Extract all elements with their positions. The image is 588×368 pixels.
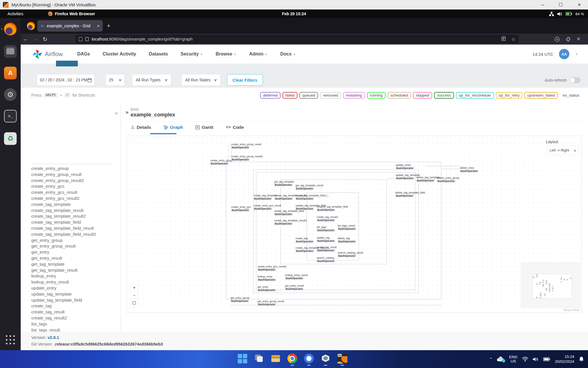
graph-node[interactable]: create_tag_result2BashOperator bbox=[317, 216, 338, 222]
graph-node[interactable]: create_tagBashOperator bbox=[295, 237, 314, 243]
task-list-item[interactable]: create_tag_template_result2 bbox=[31, 213, 117, 219]
zoom-out-icon[interactable]: − bbox=[131, 291, 138, 299]
task-list-item[interactable]: update_entry bbox=[31, 285, 117, 291]
chrome-icon[interactable] bbox=[287, 353, 298, 364]
run-states-select[interactable]: All Run States∨ bbox=[181, 74, 220, 86]
airflow-brand[interactable]: Airflow bbox=[32, 49, 63, 59]
graph-node[interactable]: list_tagsBashOperator bbox=[317, 226, 335, 232]
graph-node[interactable]: delete_tag_template_fieldBashOperator bbox=[395, 191, 425, 197]
graph-node[interactable]: create_entry_groupBashOperator bbox=[210, 159, 233, 165]
graph-node[interactable]: get_tag_templateBashOperator bbox=[274, 180, 294, 186]
clear-filters-button[interactable]: Clear Filters bbox=[227, 74, 263, 86]
close-icon[interactable] bbox=[577, 0, 581, 10]
graph-node[interactable]: create_tag_template_field_r...BashOperat… bbox=[295, 246, 330, 252]
expand-right-icon[interactable]: » bbox=[125, 109, 129, 115]
onedrive-icon[interactable]: i bbox=[497, 356, 504, 362]
virtualbox-icon[interactable] bbox=[320, 353, 331, 364]
files-dock-icon[interactable] bbox=[4, 45, 17, 58]
restore-icon[interactable] bbox=[559, 0, 562, 10]
url-bar[interactable]: localhost:8080/dags/example_complex/grid… bbox=[75, 35, 519, 43]
graph-node[interactable]: get_entry_groupBashOperator bbox=[231, 296, 249, 302]
bookmark-star-icon[interactable]: ☆ bbox=[511, 37, 515, 42]
task-list-item[interactable]: get_entry_group_result bbox=[31, 243, 117, 249]
graph-node[interactable]: create_entry_group_resultBashOperator bbox=[231, 143, 261, 149]
avatar[interactable]: AA bbox=[559, 49, 569, 59]
trash-dock-icon[interactable]: ♻ bbox=[4, 132, 17, 145]
graph-node[interactable]: list_tags_resultBashOperator bbox=[338, 224, 356, 230]
graph-node[interactable]: get_tag_template_resultBashOperator bbox=[295, 184, 323, 190]
file-explorer-icon[interactable] bbox=[270, 353, 281, 364]
graph-node[interactable]: get_entryBashOperator bbox=[258, 285, 276, 292]
graph-node[interactable]: create_entry_gcs_result2BashOperator bbox=[258, 265, 287, 271]
wifi-icon[interactable] bbox=[522, 357, 528, 362]
date-filter-input[interactable]: 02 / 20 / 2024 , 02 : 23 PM bbox=[37, 74, 95, 86]
graph-node[interactable]: search_catalogBashOperator bbox=[317, 256, 335, 262]
new-tab-button[interactable]: + bbox=[107, 22, 111, 30]
task-list-item[interactable]: update_tag_template_field bbox=[31, 297, 117, 303]
ubuntu-software-dock-icon[interactable]: A bbox=[4, 67, 17, 79]
task-list-item[interactable]: create_entry_gcs_result bbox=[31, 189, 117, 195]
signal-icon[interactable] bbox=[303, 353, 315, 364]
task-list-item[interactable]: get_entry_group bbox=[31, 237, 117, 244]
reader-mode-icon[interactable] bbox=[502, 37, 506, 41]
graph-node[interactable]: create_tag_templateBashOperator bbox=[254, 194, 277, 200]
firefox-logo-icon[interactable] bbox=[27, 22, 35, 30]
task-list-item[interactable]: create_entry_gcs_result2 bbox=[31, 195, 117, 202]
graph-node[interactable]: create_tag_template_field_r...BashOperat… bbox=[295, 194, 330, 200]
nav-item-docs[interactable]: Docs▼ bbox=[280, 51, 296, 57]
nav-item-browse[interactable]: Browse▼ bbox=[216, 51, 237, 57]
task-list-item[interactable]: create_tag_result2 bbox=[31, 315, 117, 321]
tab-close-icon[interactable]: ✕ bbox=[97, 24, 100, 28]
task-list-item[interactable]: get_entry_result bbox=[31, 255, 117, 261]
graph-node[interactable]: create_tag_template_result2BashOperator bbox=[274, 219, 307, 225]
version-value[interactable]: v2.8.1 bbox=[47, 335, 59, 340]
graph-node[interactable]: create_entry_gcsBashOperator bbox=[231, 206, 251, 212]
firefox-dock-icon[interactable] bbox=[4, 23, 17, 35]
taskbar-clock[interactable]: 15:2420/02/2024 bbox=[555, 354, 574, 364]
system-tray[interactable]: 64 % bbox=[549, 9, 584, 18]
task-list-item[interactable]: create_entry_group bbox=[31, 166, 117, 172]
utc-clock[interactable]: 14:24 UTC bbox=[533, 52, 554, 57]
zoom-in-icon[interactable]: + bbox=[131, 283, 138, 291]
graph-node[interactable]: delete_entryBashOperator bbox=[460, 166, 478, 172]
reload-icon[interactable]: ↻ bbox=[40, 36, 50, 43]
nav-item-dags[interactable]: DAGs bbox=[77, 51, 90, 57]
graph-node[interactable]: rename_tag_template_fieldBashOperator bbox=[317, 205, 348, 211]
collapse-left-icon[interactable]: « bbox=[115, 110, 118, 116]
auto-refresh-toggle[interactable] bbox=[570, 77, 581, 83]
graph-node[interactable]: get_entry_group_resultBashOperator bbox=[258, 300, 284, 306]
task-list-item[interactable]: create_entry_group_result2 bbox=[31, 178, 117, 184]
graph-node[interactable]: lookup_entry_resultBashOperator bbox=[285, 274, 308, 280]
topbar-clock[interactable]: Feb 20 15:24 bbox=[0, 12, 588, 16]
volume-icon[interactable] bbox=[533, 357, 539, 362]
graph-node[interactable]: create_entry_group_result2BashOperator bbox=[231, 155, 263, 161]
task-list-item[interactable]: update_tag_template bbox=[31, 291, 117, 297]
graph-node[interactable]: create_entry_gcs_resultBashOperator bbox=[254, 204, 281, 210]
graph-node[interactable]: create_tag_template_fieldBashOperator bbox=[274, 210, 304, 216]
start-icon[interactable] bbox=[237, 353, 248, 364]
panel-divider[interactable] bbox=[121, 103, 121, 332]
task-list-item[interactable]: lookup_entry bbox=[31, 273, 117, 279]
tab-details[interactable]: ⚠ Details bbox=[131, 125, 151, 130]
notification-bell-icon[interactable] bbox=[579, 356, 584, 362]
tab-gantt[interactable]: Gantt bbox=[196, 125, 213, 130]
battery-icon[interactable] bbox=[543, 357, 550, 361]
task-list-item[interactable]: create_entry_gcs bbox=[31, 183, 117, 189]
graph-node[interactable]: delete_tag_templateBashOperator bbox=[416, 176, 440, 182]
task-list-item[interactable]: get_entry bbox=[31, 249, 117, 255]
pocket-icon[interactable] bbox=[555, 37, 560, 42]
nav-item-security[interactable]: Security▼ bbox=[181, 51, 203, 57]
task-list-item[interactable]: create_entry_group_result bbox=[31, 172, 117, 178]
extensions-icon[interactable] bbox=[566, 37, 571, 42]
graph-minimap[interactable] bbox=[521, 262, 581, 308]
task-list-item[interactable]: create_tag_result bbox=[31, 309, 117, 315]
task-list-item[interactable]: create_tag_template_field_result bbox=[31, 225, 117, 231]
graph-node[interactable]: update_tagBashOperator bbox=[317, 236, 335, 242]
vm-window-icon[interactable]: 64 bbox=[336, 353, 348, 364]
task-list-item[interactable]: lookup_entry_result bbox=[31, 279, 117, 285]
minimize-icon[interactable] bbox=[541, 0, 544, 10]
nav-item-datasets[interactable]: Datasets bbox=[149, 51, 168, 57]
terminal-dock-icon[interactable]: >_ bbox=[4, 110, 17, 122]
settings-dock-icon[interactable]: ⚙ bbox=[4, 88, 17, 101]
browser-tab[interactable]: example_complex - Grid ✕ bbox=[37, 20, 103, 32]
